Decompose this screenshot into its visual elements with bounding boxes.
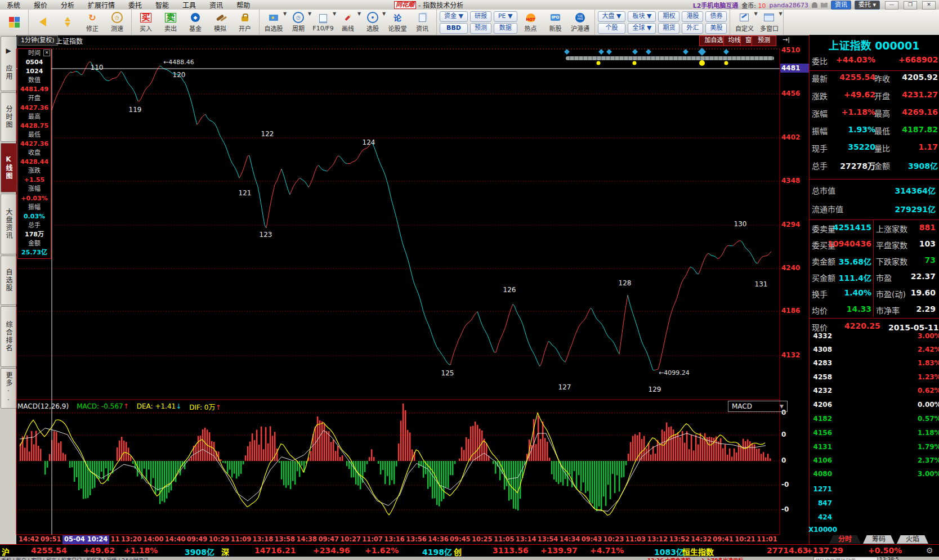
toolbar-债券-button[interactable]: 债券 bbox=[705, 11, 727, 22]
period-tab[interactable]: 1分钟(复权) bbox=[17, 35, 58, 46]
toolbar-港股-button[interactable]: 港股 bbox=[682, 11, 703, 22]
menu-工具[interactable]: 工具 bbox=[176, 0, 203, 10]
toolbar-新股-button[interactable]: IPO新股 bbox=[543, 11, 568, 34]
quote-value: 27278万 bbox=[840, 160, 875, 171]
toolbar-板块-button[interactable]: 板块 ▼ bbox=[628, 11, 656, 22]
shirt-icon[interactable] bbox=[821, 3, 828, 8]
menu-系统[interactable]: 系统 bbox=[0, 0, 27, 10]
l2-link[interactable]: L2手机电脑互通 bbox=[693, 1, 739, 10]
toolbar-全球-button[interactable]: 全球 ▼ bbox=[628, 23, 656, 34]
sidebar-item-综合排名[interactable]: 综合排名 bbox=[1, 306, 17, 367]
toolbar-数据-button[interactable]: 数据 bbox=[494, 23, 517, 34]
toolbar-研报-button[interactable]: 研报 bbox=[470, 11, 491, 22]
toolbar-论股堂-button[interactable]: 论论股堂 bbox=[385, 11, 410, 34]
toolbar-个股-button[interactable]: 个股 bbox=[598, 23, 626, 34]
toolbar-自选股-button[interactable]: ★▼自选股 bbox=[261, 11, 286, 34]
menu-资讯[interactable]: 资讯 bbox=[203, 0, 230, 10]
wrench-icon[interactable]: ⚙ bbox=[926, 546, 933, 555]
menu-扩展行情[interactable]: 扩展行情 bbox=[81, 0, 122, 10]
toolbar-updown-button[interactable] bbox=[55, 11, 80, 34]
dot-marker bbox=[699, 60, 705, 66]
toolbar-layout-button[interactable] bbox=[2, 11, 26, 34]
toolbar-自定义-button[interactable]: ▼自定义 bbox=[732, 11, 757, 34]
menu-分析[interactable]: 分析 bbox=[54, 0, 81, 10]
toolbar-修正-button[interactable]: ↻修正 bbox=[80, 11, 105, 34]
toolbar-资金-button[interactable]: 资金 ▼ bbox=[440, 11, 468, 22]
toolbar-pair: 期权期货 bbox=[658, 11, 679, 34]
bottom-links[interactable]: 手机 | 账户 | 家园 | 留言 | 股市日记 | 股民通 | 行情 | 24… bbox=[1, 557, 149, 560]
toolbar-沪港通-button[interactable]: SSEHKE沪港通 bbox=[568, 11, 593, 34]
time-label: 11:05 bbox=[494, 535, 515, 544]
toolbar-模拟-button[interactable]: 模拟 bbox=[208, 11, 232, 34]
toolbar-多窗口-button[interactable]: ▼多窗口 bbox=[757, 11, 781, 34]
toolbar-大盘-button[interactable]: 大盘 ▼ bbox=[598, 11, 626, 22]
sidebar-item-大盘资讯[interactable]: 大盘资讯 bbox=[1, 194, 17, 254]
toolbar-画线-button[interactable]: ▼画线 bbox=[336, 11, 360, 34]
close-button[interactable]: ✕ bbox=[922, 1, 936, 10]
toolbar-label: 买入 bbox=[140, 24, 152, 33]
toolbar-back-button[interactable] bbox=[30, 11, 55, 34]
toolbar-PE-button[interactable]: PE ▼ bbox=[494, 11, 517, 22]
tab-分时[interactable]: 分时 bbox=[829, 535, 861, 544]
price-axis-label: 4510 bbox=[781, 46, 808, 54]
maximize-button[interactable]: ❐ bbox=[904, 1, 917, 10]
close-icon[interactable]: ✕ bbox=[43, 50, 50, 56]
menu-委托[interactable]: 委托 bbox=[122, 0, 149, 10]
toolbar-开户-button[interactable]: 开户 bbox=[232, 11, 257, 34]
news-ticker[interactable]: 13:36 大资金选股——入上70多出选示标 bbox=[647, 557, 743, 560]
status-深: 深 bbox=[221, 546, 229, 557]
tab-筹码[interactable]: 筹码 bbox=[863, 535, 895, 544]
toolbar-预测-button[interactable]: 预测 bbox=[470, 23, 491, 34]
toolbar-期货-button[interactable]: 期货 bbox=[658, 23, 679, 34]
hkse-icon: SSEHKE bbox=[575, 12, 586, 23]
time-label: 09:41 bbox=[713, 535, 734, 544]
collapse-panel-icon[interactable]: →| bbox=[783, 36, 790, 43]
chart-btn-预测[interactable]: 预测 bbox=[752, 35, 776, 46]
sidebar-item-应用[interactable]: ▶ 应用 bbox=[1, 36, 17, 91]
quote-label: 委卖量 bbox=[812, 223, 835, 234]
toolbar-买入-button[interactable]: 买买入 bbox=[133, 11, 158, 34]
menu-智能[interactable]: 智能 bbox=[149, 0, 176, 10]
username[interactable]: panda28673 bbox=[770, 2, 808, 9]
menu-报价[interactable]: 报价 bbox=[27, 0, 54, 10]
indicator-selector[interactable]: MACD▼ bbox=[728, 401, 788, 412]
sidebar-item-自选股[interactable]: 自选股 bbox=[1, 256, 17, 305]
menu-帮助[interactable]: 帮助 bbox=[230, 0, 257, 10]
quote-label: 最低 bbox=[874, 125, 890, 136]
search-input[interactable]: 代码/名称/简拼/功能 bbox=[813, 557, 878, 560]
quote-value: +44.03% bbox=[836, 55, 875, 64]
toolbar-资讯-button[interactable]: 资讯 bbox=[410, 11, 435, 34]
toolbar-选股-button[interactable]: ▼选股 bbox=[360, 11, 385, 34]
toolbar-group-0 bbox=[0, 10, 29, 35]
trade-button[interactable]: 委托 ▾ bbox=[855, 1, 880, 10]
bell-icon[interactable] bbox=[812, 2, 817, 8]
quote-label: 量比 bbox=[874, 142, 890, 154]
toolbar-周期-button[interactable]: ◷▼周期 bbox=[286, 11, 311, 34]
clock2-icon: ◷ bbox=[293, 12, 304, 23]
index-title: 上证指数 000001 bbox=[809, 37, 939, 52]
toolbar-测速-button[interactable]: ◷测速 bbox=[105, 11, 129, 34]
toolbar-期权-button[interactable]: 期权 bbox=[658, 11, 679, 22]
status-4255.54: 4255.54 bbox=[31, 546, 67, 555]
minimize-button[interactable]: — bbox=[885, 1, 898, 10]
toolbar-BBD-button[interactable]: BBD bbox=[440, 23, 468, 34]
macd-header: MACD(12,26,9) MACD: -0.567↑ DEA: +1.41↓ … bbox=[17, 401, 221, 411]
news-button[interactable]: 资讯 bbox=[831, 1, 851, 10]
macd-axis-label: -0 bbox=[781, 505, 789, 513]
sidebar-item-更多··[interactable]: 更多·· bbox=[1, 368, 17, 409]
toolbar-基金-button[interactable]: ◆基金 bbox=[183, 11, 208, 34]
time-label: 14:36 bbox=[428, 535, 449, 544]
sidebar-item-K线图[interactable]: K线图 bbox=[1, 143, 17, 192]
toolbar-label: 论股堂 bbox=[388, 24, 407, 33]
toolbar-卖出-button[interactable]: 卖卖出 bbox=[158, 11, 183, 34]
toolbar-label: 自定义 bbox=[735, 24, 754, 33]
toolbar-热点-button[interactable]: HOT热点 bbox=[518, 11, 543, 34]
toolbar-美股-button[interactable]: 美股 bbox=[705, 23, 727, 34]
tab-火焰[interactable]: 火焰 bbox=[897, 535, 928, 544]
status-14716.21: 14716.21 bbox=[254, 546, 296, 555]
toolbar-F10/F9-button[interactable]: ▼F10/F9 bbox=[311, 11, 336, 34]
toolbar: ↻修正◷测速买买入卖卖出◆基金模拟开户★▼自选股◷▼周期▼F10/F9▼画线▼选… bbox=[0, 10, 939, 35]
hot-icon: HOT bbox=[525, 12, 536, 23]
toolbar-外汇-button[interactable]: 外汇 bbox=[682, 23, 703, 34]
sidebar-item-分时图[interactable]: 分时图 bbox=[1, 92, 17, 142]
